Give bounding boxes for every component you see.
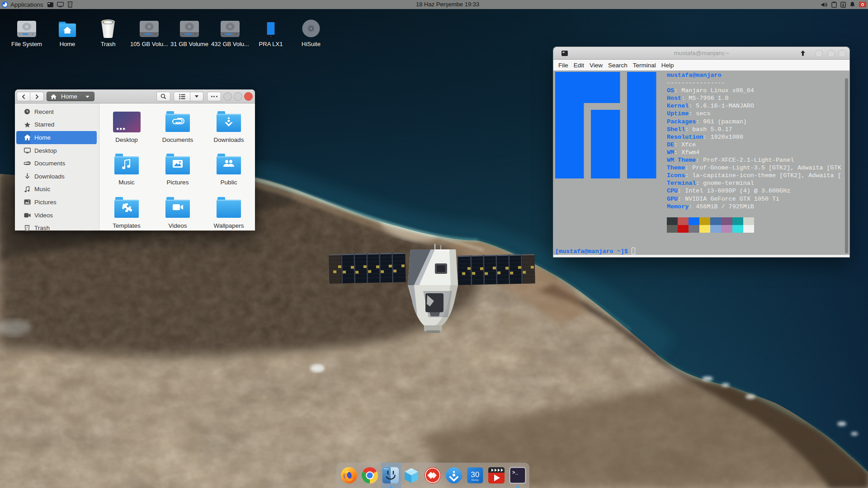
- svg-text:30: 30: [471, 470, 480, 479]
- svg-text:>_: >_: [512, 470, 519, 475]
- svg-text:Monday: Monday: [472, 479, 479, 481]
